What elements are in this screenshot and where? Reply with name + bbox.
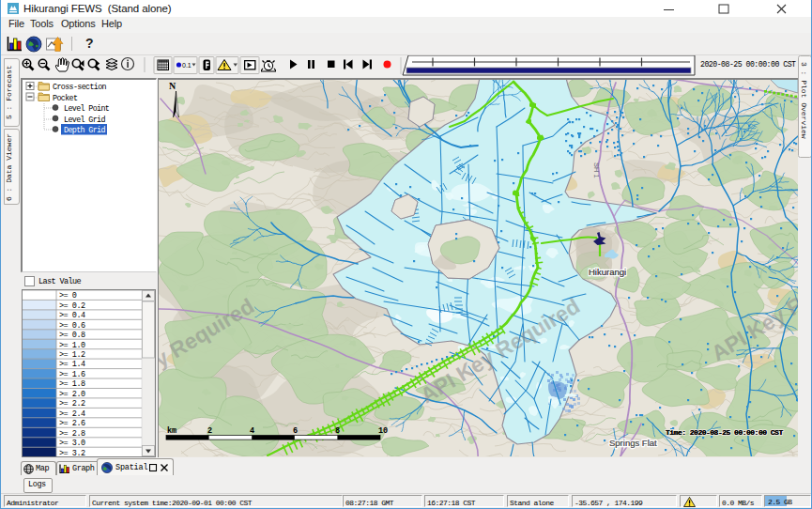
svg-text:km: km bbox=[167, 426, 176, 436]
svg-text:Springs Flat: Springs Flat bbox=[609, 438, 657, 448]
svg-text:Level Point: Level Point bbox=[64, 104, 110, 114]
svg-text:2: 2 bbox=[207, 426, 212, 436]
svg-text:>= 1.2: >= 1.2 bbox=[59, 350, 85, 360]
svg-text:>= 0.2: >= 0.2 bbox=[59, 301, 85, 311]
svg-text:SH 1: SH 1 bbox=[592, 162, 601, 178]
svg-text:>= 2.0: >= 2.0 bbox=[59, 390, 85, 399]
svg-text:Depth Grid: Depth Grid bbox=[64, 126, 105, 135]
svg-text:8: 8 bbox=[335, 426, 340, 436]
svg-text:N: N bbox=[169, 81, 176, 91]
svg-text:>= 0: >= 0 bbox=[59, 291, 77, 301]
svg-text:0.1: 0.1 bbox=[182, 62, 192, 69]
svg-text:Pocket: Pocket bbox=[53, 94, 78, 103]
svg-text:Time: 2020-08-25 00:00:00 CST: Time: 2020-08-25 00:00:00 CST bbox=[666, 428, 783, 437]
svg-text:Hikurangi: Hikurangi bbox=[589, 267, 626, 277]
svg-text:>= 2.6: >= 2.6 bbox=[59, 419, 85, 428]
svg-text:10: 10 bbox=[378, 426, 388, 436]
svg-text:>= 0.4: >= 0.4 bbox=[59, 311, 85, 320]
svg-text:6: 6 bbox=[293, 426, 298, 436]
svg-text:Cross-section: Cross-section bbox=[53, 83, 107, 92]
svg-text:>= 1.6: >= 1.6 bbox=[59, 370, 85, 379]
svg-text:>= 1.8: >= 1.8 bbox=[59, 379, 85, 389]
svg-text:>= 1.0: >= 1.0 bbox=[59, 341, 85, 350]
svg-text:>= 3.2: >= 3.2 bbox=[59, 449, 85, 457]
svg-text:>= 3.0: >= 3.0 bbox=[59, 439, 85, 448]
svg-text:>= 2.2: >= 2.2 bbox=[59, 399, 85, 409]
svg-text:Level Grid: Level Grid bbox=[64, 116, 105, 125]
svg-text:3 : Plot Overview: 3 : Plot Overview bbox=[800, 62, 808, 139]
svg-text:>= 2.8: >= 2.8 bbox=[59, 429, 85, 439]
svg-text:4: 4 bbox=[250, 426, 254, 436]
svg-text:>= 0.8: >= 0.8 bbox=[59, 331, 85, 340]
svg-text:>= 2.4: >= 2.4 bbox=[59, 409, 85, 419]
svg-text:>= 0.6: >= 0.6 bbox=[59, 321, 85, 331]
svg-text:>= 1.4: >= 1.4 bbox=[59, 360, 85, 369]
